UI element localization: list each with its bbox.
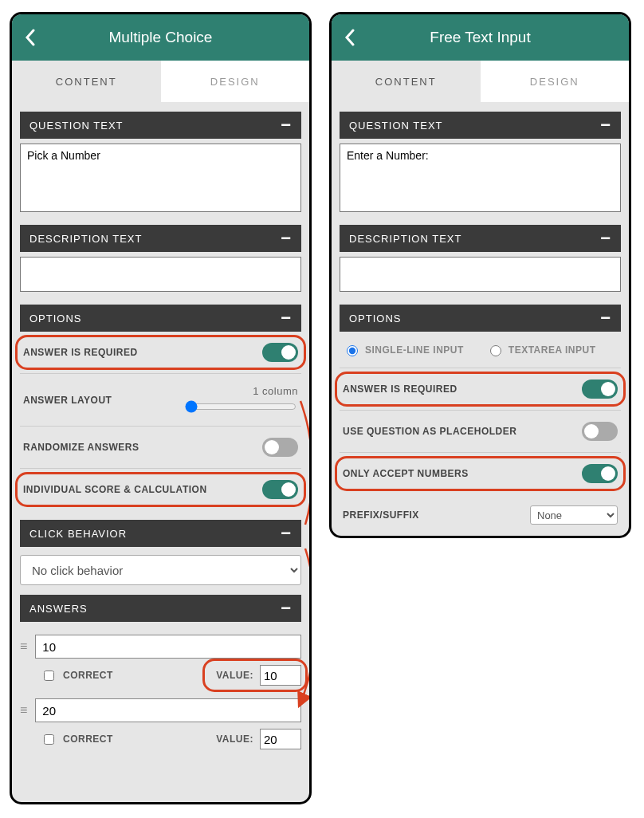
option-label: RANDOMIZE ANSWERS	[23, 442, 139, 453]
section-question-text[interactable]: QUESTION TEXT −	[340, 112, 621, 139]
collapse-icon[interactable]: −	[600, 115, 611, 136]
input-type-radio-group: SINGLE-LINE INPUT TEXTAREA INPUT	[340, 332, 621, 368]
answer-layout-slider[interactable]	[185, 400, 296, 413]
collapse-icon[interactable]: −	[281, 523, 292, 544]
collapse-icon[interactable]: −	[600, 228, 611, 249]
description-text-input[interactable]	[20, 257, 301, 292]
toggle-answer-required[interactable]	[582, 380, 618, 399]
option-individual-score: INDIVIDUAL SCORE & CALCULATION	[20, 469, 301, 510]
click-behavior-select[interactable]: No click behavior	[20, 555, 301, 585]
radio-textarea[interactable]: TEXTAREA INPUT	[486, 343, 596, 356]
section-label: DESCRIPTION TEXT	[349, 233, 461, 245]
section-description-text[interactable]: DESCRIPTION TEXT −	[20, 225, 301, 252]
correct-checkbox[interactable]	[44, 671, 54, 681]
option-randomize: RANDOMIZE ANSWERS	[20, 427, 301, 469]
panel-header: Multiple Choice	[12, 14, 309, 61]
option-label: ANSWER LAYOUT	[23, 395, 112, 406]
tab-design[interactable]: DESIGN	[481, 61, 630, 102]
correct-label: CORRECT	[63, 670, 113, 681]
free-text-input-panel: Free Text Input CONTENT DESIGN QUESTION …	[329, 12, 631, 538]
value-stepper[interactable]	[260, 665, 301, 686]
tab-content[interactable]: CONTENT	[332, 61, 481, 102]
prefix-suffix-label: PREFIX/SUFFIX	[343, 509, 419, 521]
toggle-individual-score[interactable]	[262, 480, 298, 499]
description-text-input[interactable]	[340, 257, 621, 292]
answer-text-input[interactable]	[35, 635, 301, 659]
option-answer-layout: ANSWER LAYOUT 1 column	[20, 374, 301, 427]
radio-input[interactable]	[490, 345, 501, 356]
radio-input[interactable]	[347, 345, 358, 356]
panel-body: QUESTION TEXT − Enter a Number: DESCRIPT…	[332, 102, 629, 536]
collapse-icon[interactable]: −	[281, 598, 292, 619]
section-label: QUESTION TEXT	[349, 120, 443, 132]
panel-body: QUESTION TEXT − Pick a Number DESCRIPTIO…	[12, 102, 309, 757]
option-answer-required: ANSWER IS REQUIRED	[340, 368, 621, 411]
option-label: ANSWER IS REQUIRED	[23, 347, 138, 358]
back-chevron-icon[interactable]	[25, 29, 36, 46]
section-label: CLICK BEHAVIOR	[29, 528, 127, 540]
collapse-icon[interactable]: −	[281, 228, 292, 249]
toggle-randomize[interactable]	[262, 438, 298, 457]
tabs: CONTENT DESIGN	[12, 61, 309, 102]
value-label: VALUE:	[216, 733, 253, 745]
tab-content[interactable]: CONTENT	[12, 61, 161, 102]
correct-label: CORRECT	[63, 733, 113, 745]
slider-value-label: 1 column	[253, 385, 298, 397]
option-use-placeholder: USE QUESTION AS PLACEHOLDER	[340, 411, 621, 453]
option-label: USE QUESTION AS PLACEHOLDER	[343, 426, 516, 437]
tab-design[interactable]: DESIGN	[161, 61, 310, 102]
section-options[interactable]: OPTIONS −	[340, 305, 621, 332]
section-label: DESCRIPTION TEXT	[29, 233, 142, 245]
panel-title: Multiple Choice	[12, 29, 309, 46]
prefix-suffix-row: PREFIX/SUFFIX None	[340, 494, 621, 528]
collapse-icon[interactable]: −	[281, 308, 292, 328]
option-only-numbers: ONLY ACCEPT NUMBERS	[340, 453, 621, 494]
section-label: OPTIONS	[29, 313, 82, 324]
radio-single-line[interactable]: SINGLE-LINE INPUT	[343, 343, 464, 356]
drag-handle-icon[interactable]: ≡	[20, 639, 27, 654]
back-chevron-icon[interactable]	[344, 29, 355, 46]
collapse-icon[interactable]: −	[281, 115, 292, 136]
section-answers[interactable]: ANSWERS −	[20, 595, 301, 622]
collapse-icon[interactable]: −	[600, 308, 611, 328]
option-answer-required: ANSWER IS REQUIRED	[20, 332, 301, 374]
option-label: INDIVIDUAL SCORE & CALCULATION	[23, 484, 207, 495]
section-description-text[interactable]: DESCRIPTION TEXT −	[340, 225, 621, 252]
panel-header: Free Text Input	[332, 14, 629, 61]
correct-checkbox[interactable]	[44, 734, 54, 745]
section-question-text[interactable]: QUESTION TEXT −	[20, 112, 301, 139]
toggle-only-numbers[interactable]	[582, 464, 618, 483]
toggle-answer-required[interactable]	[262, 343, 298, 362]
section-click-behavior[interactable]: CLICK BEHAVIOR −	[20, 520, 301, 547]
drag-handle-icon[interactable]: ≡	[20, 703, 27, 718]
question-text-input[interactable]: Pick a Number	[20, 144, 301, 212]
multiple-choice-panel: Multiple Choice CONTENT DESIGN QUESTION …	[10, 12, 312, 804]
section-label: QUESTION TEXT	[29, 120, 124, 132]
question-text-input[interactable]: Enter a Number:	[340, 144, 621, 212]
section-label: OPTIONS	[349, 313, 402, 324]
answer-row-1: ≡ CORRECT VALUE:	[20, 635, 301, 686]
answer-text-input[interactable]	[35, 698, 301, 722]
value-label: VALUE:	[216, 670, 253, 681]
value-stepper[interactable]	[260, 729, 301, 749]
answer-row-2: ≡ CORRECT VALUE:	[20, 698, 301, 749]
option-label: ONLY ACCEPT NUMBERS	[343, 468, 469, 479]
tabs: CONTENT DESIGN	[332, 61, 629, 102]
section-label: ANSWERS	[29, 603, 88, 615]
option-label: ANSWER IS REQUIRED	[343, 383, 457, 395]
toggle-use-placeholder[interactable]	[582, 422, 618, 441]
section-options[interactable]: OPTIONS −	[20, 305, 301, 332]
panel-title: Free Text Input	[332, 29, 629, 46]
prefix-suffix-select[interactable]: None	[530, 505, 618, 525]
